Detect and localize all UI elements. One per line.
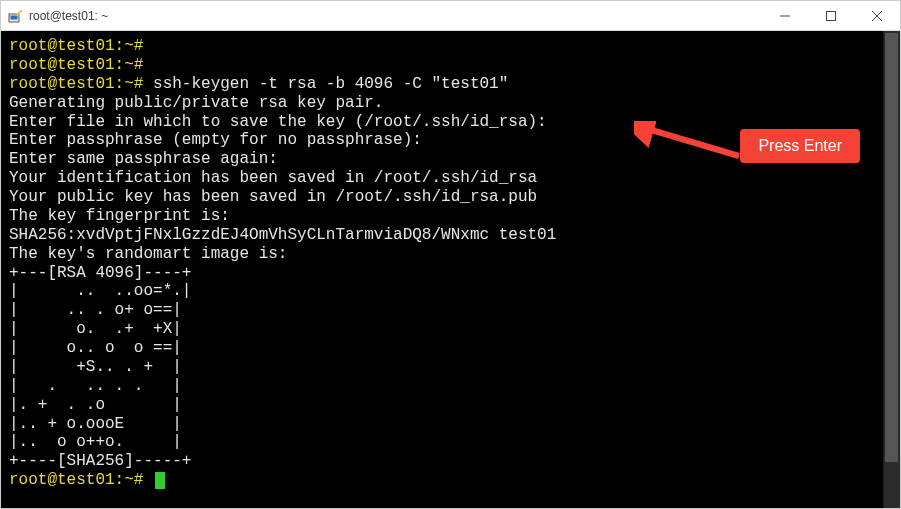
window-controls xyxy=(762,1,900,30)
putty-icon xyxy=(7,8,23,24)
randomart-line: |.. + o.oooE | xyxy=(9,415,892,434)
output-line: Enter same passphrase again: xyxy=(9,150,892,169)
output-line: Generating public/private rsa key pair. xyxy=(9,94,892,113)
randomart-line: |.. o o++o. | xyxy=(9,433,892,452)
svg-point-2 xyxy=(20,9,22,11)
prompt-command-line: root@test01:~# ssh-keygen -t rsa -b 4096… xyxy=(9,75,892,94)
randomart-line: +---[RSA 4096]----+ xyxy=(9,264,892,283)
window-title: root@test01: ~ xyxy=(29,9,762,23)
scroll-thumb[interactable] xyxy=(885,33,898,462)
maximize-button[interactable] xyxy=(808,1,854,30)
randomart-line: | +S.. . + | xyxy=(9,358,892,377)
randomart-line: | o.. o o ==| xyxy=(9,339,892,358)
svg-rect-4 xyxy=(827,11,836,20)
close-button[interactable] xyxy=(854,1,900,30)
randomart-line: | . .. . . | xyxy=(9,377,892,396)
output-line: The key fingerprint is: xyxy=(9,207,892,226)
prompt-line: root@test01:~# xyxy=(9,56,892,75)
cursor-block xyxy=(155,472,165,489)
randomart-line: |. + . .o | xyxy=(9,396,892,415)
svg-rect-1 xyxy=(11,15,18,19)
output-line: Enter file in which to save the key (/ro… xyxy=(9,113,892,132)
randomart-line: | .. . o+ o==| xyxy=(9,301,892,320)
output-line: The key's randomart image is: xyxy=(9,245,892,264)
app-window: root@test01: ~ root@test01:~# root@test0… xyxy=(0,0,901,509)
randomart-line: | .. ..oo=*.| xyxy=(9,282,892,301)
scrollbar[interactable] xyxy=(883,31,900,508)
output-line: Enter passphrase (empty for no passphras… xyxy=(9,131,892,150)
output-line: SHA256:xvdVptjFNxlGzzdEJ4OmVhSyCLnTarmvi… xyxy=(9,226,892,245)
randomart-line: | o. .+ +X| xyxy=(9,320,892,339)
prompt-cursor-line: root@test01:~# xyxy=(9,471,892,490)
prompt-line: root@test01:~# xyxy=(9,37,892,56)
output-line: Your identification has been saved in /r… xyxy=(9,169,892,188)
output-line: Your public key has been saved in /root/… xyxy=(9,188,892,207)
terminal[interactable]: root@test01:~# root@test01:~# root@test0… xyxy=(1,31,900,508)
randomart-line: +----[SHA256]-----+ xyxy=(9,452,892,471)
minimize-button[interactable] xyxy=(762,1,808,30)
titlebar[interactable]: root@test01: ~ xyxy=(1,1,900,31)
